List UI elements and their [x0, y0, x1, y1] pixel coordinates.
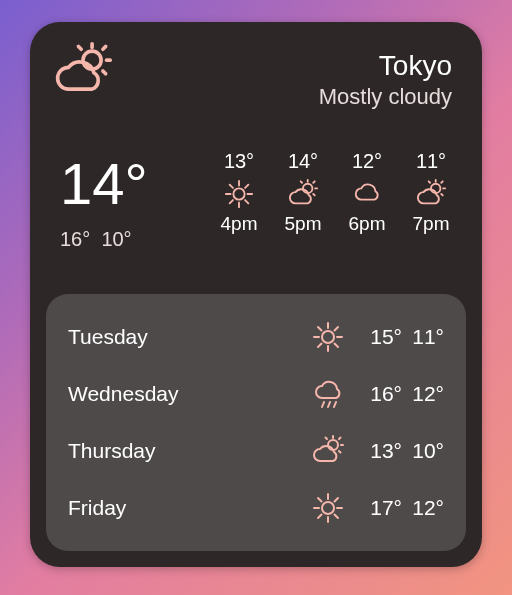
- day-row[interactable]: Wednesday 16° 12°: [68, 370, 444, 418]
- condition-label: Mostly cloudy: [319, 84, 452, 110]
- high-temp: 16°: [60, 228, 90, 250]
- day-row[interactable]: Thursday 13° 10°: [68, 427, 444, 475]
- day-name: Wednesday: [68, 382, 312, 406]
- day-high: 17°: [360, 496, 402, 520]
- day-name: Friday: [68, 496, 312, 520]
- day-high: 13°: [360, 439, 402, 463]
- current-condition-icon: [54, 42, 112, 100]
- low-temp: 10°: [101, 228, 131, 250]
- weather-widget[interactable]: Tokyo Mostly cloudy 14° 16° 10° 13° 4pm …: [30, 22, 482, 567]
- current-panel: Tokyo Mostly cloudy 14° 16° 10° 13° 4pm …: [30, 22, 482, 290]
- hour-time: 5pm: [285, 213, 322, 235]
- daily-forecast: Tuesday 15° 11° Wednesday 16° 12° Thursd…: [46, 294, 466, 551]
- hour-icon: [288, 179, 318, 209]
- hour-temp: 11°: [416, 150, 446, 173]
- hour-slot[interactable]: 11° 7pm: [406, 150, 456, 235]
- day-low: 12°: [402, 382, 444, 406]
- day-high: 16°: [360, 382, 402, 406]
- hour-time: 4pm: [221, 213, 258, 235]
- day-high: 15°: [360, 325, 402, 349]
- hour-slot[interactable]: 12° 6pm: [342, 150, 392, 235]
- day-row[interactable]: Friday 17° 12°: [68, 484, 444, 532]
- hour-temp: 13°: [224, 150, 254, 173]
- hourly-forecast: 13° 4pm 14° 5pm 12° 6pm 11° 7pm: [214, 150, 456, 235]
- high-low: 16° 10°: [60, 228, 132, 251]
- hour-icon: [416, 179, 446, 209]
- hour-time: 6pm: [349, 213, 386, 235]
- day-low: 10°: [402, 439, 444, 463]
- location-block: Tokyo Mostly cloudy: [319, 50, 452, 110]
- hour-time: 7pm: [413, 213, 450, 235]
- hour-slot[interactable]: 13° 4pm: [214, 150, 264, 235]
- day-icon: [312, 378, 344, 410]
- day-icon: [312, 321, 344, 353]
- hour-icon: [352, 179, 382, 209]
- current-temperature: 14°: [60, 150, 148, 217]
- hour-slot[interactable]: 14° 5pm: [278, 150, 328, 235]
- hour-temp: 12°: [352, 150, 382, 173]
- hour-temp: 14°: [288, 150, 318, 173]
- day-low: 12°: [402, 496, 444, 520]
- day-low: 11°: [402, 325, 444, 349]
- day-name: Tuesday: [68, 325, 312, 349]
- day-icon: [312, 492, 344, 524]
- day-icon: [312, 435, 344, 467]
- hour-icon: [224, 179, 254, 209]
- city-label: Tokyo: [319, 50, 452, 82]
- day-name: Thursday: [68, 439, 312, 463]
- day-row[interactable]: Tuesday 15° 11°: [68, 313, 444, 361]
